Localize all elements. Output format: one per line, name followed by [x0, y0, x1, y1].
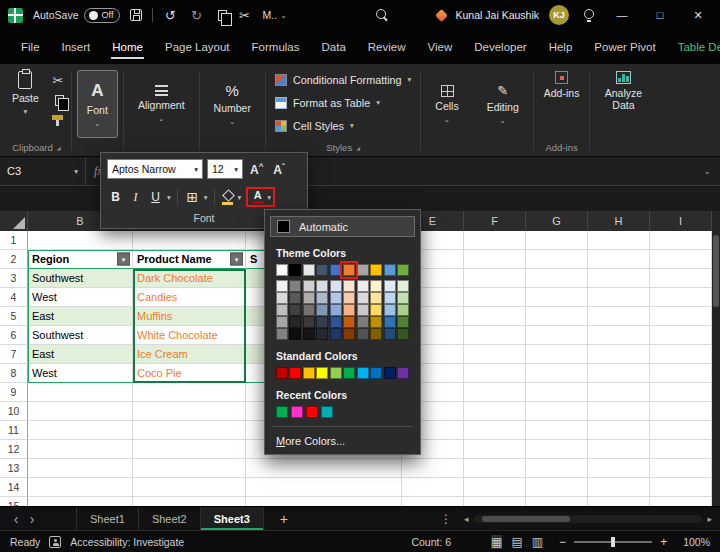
theme-variant-swatch[interactable]	[343, 292, 355, 304]
cell-h3[interactable]	[588, 269, 650, 288]
theme-variant-swatch[interactable]	[343, 280, 355, 292]
cell-f1[interactable]	[464, 231, 526, 250]
theme-variant-swatch[interactable]	[289, 280, 301, 292]
theme-color-swatch[interactable]	[370, 264, 382, 276]
theme-variant-swatch[interactable]	[276, 292, 288, 304]
row-header-13[interactable]: 13	[0, 459, 28, 478]
scrollbar-thumb[interactable]	[713, 235, 719, 307]
row-header-4[interactable]: 4	[0, 288, 28, 307]
cell-f14[interactable]	[464, 478, 526, 497]
select-all-corner[interactable]	[0, 211, 28, 231]
zoom-in-button[interactable]: +	[660, 535, 667, 549]
font-group-button[interactable]: A Font ⌄	[77, 70, 118, 138]
scrollbar-thumb[interactable]	[482, 516, 570, 522]
theme-variant-swatch[interactable]	[303, 328, 315, 340]
search-icon[interactable]	[376, 9, 389, 22]
lightbulb-icon[interactable]	[583, 9, 594, 22]
cell-f13[interactable]	[464, 459, 526, 478]
column-header-i[interactable]: I	[650, 211, 712, 231]
theme-variant-swatch[interactable]	[330, 316, 342, 328]
cell-c3[interactable]: Dark Chocolate	[133, 269, 246, 288]
cell-c15[interactable]	[133, 497, 246, 506]
theme-variant-swatch[interactable]	[289, 316, 301, 328]
cell-c4[interactable]: Candies	[133, 288, 246, 307]
cell-g7[interactable]	[526, 345, 588, 364]
cell-e13[interactable]	[402, 459, 464, 478]
cell-c10[interactable]	[133, 402, 246, 421]
theme-variant-swatch[interactable]	[330, 292, 342, 304]
cell-c5[interactable]: Muffins	[133, 307, 246, 326]
column-header-g[interactable]: G	[526, 211, 588, 231]
cell-c12[interactable]	[133, 440, 246, 459]
redo-icon[interactable]: ↻	[189, 8, 205, 23]
cell-b3[interactable]: Southwest	[28, 269, 133, 288]
cell-i1[interactable]	[650, 231, 712, 250]
cell-b4[interactable]: West	[28, 288, 133, 307]
cell-b13[interactable]	[28, 459, 133, 478]
theme-color-swatch[interactable]	[397, 264, 409, 276]
theme-variant-swatch[interactable]	[289, 304, 301, 316]
row-header-11[interactable]: 11	[0, 421, 28, 440]
cell-c6[interactable]: White Chocolate	[133, 326, 246, 345]
theme-variant-swatch[interactable]	[397, 316, 409, 328]
cell-g9[interactable]	[526, 383, 588, 402]
cell-g10[interactable]	[526, 402, 588, 421]
cell-d15[interactable]	[246, 497, 402, 506]
cell-g5[interactable]	[526, 307, 588, 326]
undo-icon[interactable]: ↺	[163, 8, 179, 23]
theme-variant-swatch[interactable]	[397, 280, 409, 292]
formula-bar-expand-icon[interactable]: ⌄	[694, 166, 720, 176]
cell-b14[interactable]	[28, 478, 133, 497]
theme-variant-swatch[interactable]	[384, 316, 396, 328]
cell-f10[interactable]	[464, 402, 526, 421]
alignment-group-button[interactable]: Alignment ⌄	[129, 70, 194, 138]
menu-tab-developer[interactable]: Developer	[463, 30, 537, 64]
theme-variant-swatch[interactable]	[357, 328, 369, 340]
theme-variant-swatch[interactable]	[303, 280, 315, 292]
theme-variant-swatch[interactable]	[357, 304, 369, 316]
zoom-slider-thumb[interactable]	[611, 537, 615, 547]
cell-i8[interactable]	[650, 364, 712, 383]
standard-color-swatch[interactable]	[357, 367, 369, 379]
cell-i3[interactable]	[650, 269, 712, 288]
cell-f7[interactable]	[464, 345, 526, 364]
cell-g3[interactable]	[526, 269, 588, 288]
fill-color-button[interactable]	[221, 190, 235, 205]
menu-tab-data[interactable]: Data	[311, 30, 357, 64]
theme-variant-swatch[interactable]	[276, 328, 288, 340]
cell-i9[interactable]	[650, 383, 712, 402]
accessibility-status[interactable]: Accessibility: Investigate	[70, 536, 184, 548]
quick-access-more-button[interactable]: M.. ⌄	[263, 9, 287, 21]
cell-b12[interactable]	[28, 440, 133, 459]
decrease-font-size-icon[interactable]: Aˇ	[270, 162, 287, 177]
standard-color-swatch[interactable]	[330, 367, 342, 379]
cell-b1[interactable]	[28, 231, 133, 250]
cell-f5[interactable]	[464, 307, 526, 326]
theme-variant-swatch[interactable]	[384, 328, 396, 340]
theme-variant-swatch[interactable]	[343, 304, 355, 316]
theme-variant-swatch[interactable]	[343, 316, 355, 328]
menu-tab-review[interactable]: Review	[357, 30, 417, 64]
font-name-combo[interactable]: Aptos Narrow ▾	[107, 159, 203, 179]
recent-color-swatch[interactable]	[306, 406, 318, 418]
sheet-options-icon[interactable]: ⋮	[428, 512, 464, 526]
standard-color-swatch[interactable]	[384, 367, 396, 379]
italic-button[interactable]: I	[127, 187, 144, 207]
vertical-scrollbar[interactable]	[712, 211, 720, 506]
cell-b6[interactable]: Southwest	[28, 326, 133, 345]
cell-e15[interactable]	[402, 497, 464, 506]
theme-variant-swatch[interactable]	[370, 304, 382, 316]
cell-i4[interactable]	[650, 288, 712, 307]
theme-variant-swatch[interactable]	[357, 280, 369, 292]
row-header-10[interactable]: 10	[0, 402, 28, 421]
cell-g15[interactable]	[526, 497, 588, 506]
cell-b15[interactable]	[28, 497, 133, 506]
number-group-button[interactable]: % Number ⌄	[205, 70, 260, 138]
theme-variant-swatch[interactable]	[370, 328, 382, 340]
theme-variant-swatch[interactable]	[370, 280, 382, 292]
dialog-launcher-icon[interactable]: ◢	[356, 145, 360, 151]
cell-b2[interactable]: Region▼	[28, 250, 133, 269]
cell-f2[interactable]	[464, 250, 526, 269]
font-size-combo[interactable]: 12 ▾	[207, 159, 243, 179]
theme-color-swatch[interactable]	[330, 264, 342, 276]
